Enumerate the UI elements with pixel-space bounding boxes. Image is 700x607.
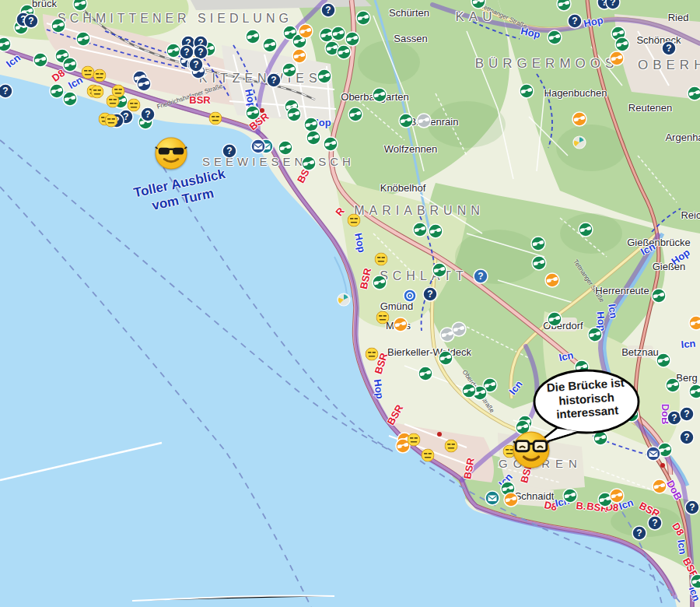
map-marker-g[interactable] (317, 68, 332, 84)
map-marker-g[interactable] (398, 113, 414, 128)
map-marker-bd[interactable] (403, 289, 417, 303)
map-marker-q[interactable]: ? (222, 143, 237, 159)
map-marker-g[interactable] (562, 488, 578, 503)
map-marker-g[interactable] (331, 26, 346, 41)
map-marker-q[interactable]: ? (266, 72, 282, 88)
map-marker-g[interactable] (301, 156, 317, 171)
map-marker-g[interactable] (75, 31, 91, 47)
map-marker-g[interactable] (245, 105, 261, 121)
map-marker-o[interactable] (292, 48, 307, 64)
map-marker-g[interactable] (286, 107, 302, 122)
map-marker-y[interactable] (105, 114, 118, 128)
map-marker-g[interactable] (62, 91, 78, 107)
map-marker-g[interactable] (428, 223, 443, 239)
map-marker-o[interactable] (298, 23, 313, 39)
map-marker-rd[interactable] (437, 432, 443, 437)
map-marker-g[interactable] (438, 350, 453, 366)
map-marker-g[interactable] (432, 262, 447, 278)
map-marker-g[interactable] (355, 10, 371, 26)
map-marker-g[interactable] (687, 86, 700, 101)
map-marker-g[interactable] (372, 275, 387, 290)
map-marker-rd[interactable] (260, 108, 265, 114)
map-marker-q[interactable]: ? (605, 0, 621, 10)
map-marker-o[interactable] (544, 272, 560, 288)
map-marker-qb[interactable]: ? (473, 268, 488, 284)
map-marker-g[interactable] (306, 130, 321, 146)
map-marker-q[interactable]: ? (684, 500, 700, 515)
map-marker-g[interactable] (33, 52, 48, 68)
map-marker-g[interactable] (282, 62, 297, 78)
map-marker-g[interactable] (278, 140, 293, 156)
map-marker-w[interactable] (416, 113, 432, 128)
map-marker-g[interactable] (556, 0, 572, 12)
map-marker-q[interactable]: ? (632, 525, 647, 541)
map-marker-y[interactable] (375, 253, 388, 266)
map-marker-g[interactable] (656, 353, 671, 368)
map-marker-q[interactable]: ? (679, 406, 695, 422)
map-marker-g[interactable] (412, 222, 428, 237)
map-marker-t[interactable] (485, 490, 500, 506)
map-marker-g[interactable] (336, 44, 352, 60)
map-marker-o[interactable] (572, 111, 587, 127)
map-marker-q[interactable]: ? (140, 107, 156, 122)
map-marker-rd[interactable] (660, 463, 666, 468)
map-marker-y[interactable] (376, 311, 390, 325)
map-marker-h[interactable] (337, 293, 351, 307)
map-marker-g[interactable] (688, 384, 700, 399)
map-marker-q[interactable]: ? (661, 40, 677, 56)
map-marker-g[interactable] (348, 107, 363, 122)
map-marker-g[interactable] (245, 29, 261, 44)
map-marker-o[interactable] (688, 315, 700, 331)
map-marker-o[interactable] (652, 479, 667, 494)
map-marker-be[interactable] (250, 139, 266, 154)
sunglasses-emoji-icon[interactable] (155, 137, 187, 170)
map-marker-q[interactable]: ? (567, 13, 583, 29)
map-canvas[interactable]: Tettnanger StraßeTettnanger StraßeFriedr… (0, 0, 700, 607)
map-marker-g[interactable] (547, 30, 562, 45)
map-marker-y[interactable] (348, 214, 361, 227)
map-marker-g[interactable] (51, 18, 66, 33)
map-marker-y[interactable] (408, 433, 421, 447)
map-marker-o[interactable] (503, 492, 519, 507)
map-marker-g[interactable] (530, 236, 546, 251)
map-marker-q[interactable]: ? (679, 430, 695, 445)
map-marker-g[interactable] (0, 37, 12, 52)
map-marker-q[interactable]: ? (0, 83, 13, 99)
map-marker-g[interactable] (587, 327, 603, 342)
map-marker-w[interactable] (451, 321, 467, 337)
map-marker-y[interactable] (422, 449, 435, 462)
map-marker-q[interactable]: ? (422, 286, 438, 302)
map-marker-o[interactable] (393, 317, 408, 332)
map-marker-g[interactable] (418, 366, 433, 381)
map-marker-q[interactable]: ? (320, 2, 336, 18)
map-marker-g[interactable] (578, 222, 593, 237)
map-marker-g[interactable] (72, 0, 88, 12)
map-marker-y[interactable] (93, 69, 107, 82)
map-marker-y[interactable] (366, 348, 379, 361)
map-marker-g[interactable] (665, 377, 681, 393)
map-marker-g[interactable] (323, 136, 338, 152)
map-marker-q[interactable]: ? (188, 57, 204, 72)
map-marker-y[interactable] (128, 99, 141, 112)
map-marker-y[interactable] (209, 112, 222, 125)
map-marker-g[interactable] (461, 383, 477, 398)
map-marker-g[interactable] (547, 311, 562, 327)
map-marker-g[interactable] (372, 87, 387, 103)
nerd-emoji-icon[interactable] (513, 431, 550, 468)
map-marker-g[interactable] (262, 37, 278, 53)
map-marker-g[interactable] (62, 57, 78, 72)
map-marker-g[interactable] (651, 288, 667, 304)
map-marker-g[interactable] (690, 574, 700, 589)
map-marker-y[interactable] (91, 86, 104, 99)
map-marker-y[interactable] (112, 85, 125, 98)
map-marker-q[interactable]: ? (647, 515, 663, 531)
map-marker-o[interactable] (609, 51, 625, 66)
map-marker-h[interactable] (572, 135, 586, 149)
map-marker-b[interactable] (136, 76, 152, 92)
map-marker-y[interactable] (445, 440, 458, 453)
map-marker-q[interactable]: ? (23, 13, 39, 29)
map-marker-g[interactable] (519, 83, 534, 99)
map-marker-o[interactable] (609, 488, 625, 503)
map-marker-g[interactable] (531, 255, 547, 271)
map-marker-g[interactable] (614, 37, 630, 52)
